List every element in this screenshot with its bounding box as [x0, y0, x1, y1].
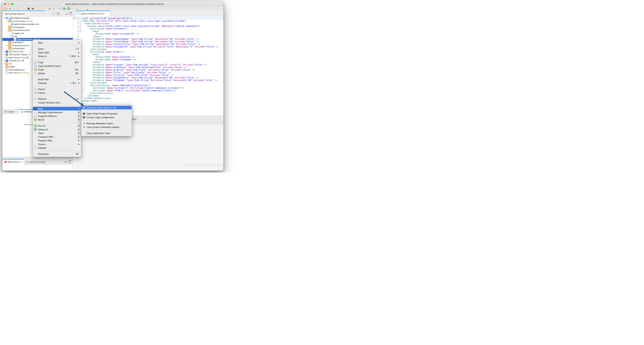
- sync-button[interactable]: ∞: [8, 7, 12, 10]
- context-menu-item-copy-qualified-name[interactable]: Copy Qualified Name: [33, 64, 81, 68]
- close-icon[interactable]: ✕: [26, 13, 28, 15]
- link-with-editor-icon[interactable]: ⇄: [56, 12, 60, 15]
- tree-expanded-arrow-icon[interactable]: ▼: [6, 20, 8, 22]
- context-menu-item-paste[interactable]: Paste⌘V: [33, 68, 81, 72]
- tree-expanded-arrow-icon[interactable]: ▼: [9, 36, 11, 37]
- mule-button[interactable]: [27, 7, 30, 10]
- mule-submenu-item-create-log4j-configuration[interactable]: Create Log4j configuration: [81, 116, 132, 119]
- context-menu-item-import[interactable]: ↓Import...: [33, 87, 81, 91]
- context-menu-item-show-in[interactable]: Show In⌥⌘W▶: [33, 54, 81, 58]
- context-menu-item-assign-working-sets[interactable]: Assign Working Sets...: [33, 101, 81, 104]
- maximize-icon[interactable]: [69, 160, 71, 163]
- context-menu-item-properties[interactable]: Properties⌘I: [33, 152, 81, 156]
- context-menu-item-run-as[interactable]: ▶Run As▶: [33, 124, 81, 128]
- xml-editor[interactable]: 1<?xml version="1.0" encoding="UTF-8"?>2…: [73, 16, 223, 116]
- menu-item-label: New: [38, 42, 43, 44]
- forward-button[interactable]: →: [78, 7, 82, 10]
- new-flow-button[interactable]: [85, 7, 88, 10]
- tree-collapsed-arrow-icon[interactable]: ▶: [4, 51, 6, 52]
- context-menu-item-copy[interactable]: Copy⌘C: [33, 60, 81, 64]
- menu-item-label: Open With: [38, 51, 49, 54]
- context-menu-item-compare-with[interactable]: Compare With▶: [33, 135, 81, 139]
- tree-item-src-main-mule[interactable]: ▼src/main/mule (Flows): [2, 20, 73, 23]
- tab-munit-errors[interactable]: MUnit Errors✕: [2, 159, 24, 165]
- mule-submenu-item-manage-metadata-types[interactable]: DSManage Metadata Types...: [81, 122, 132, 125]
- back-button[interactable]: ←: [74, 7, 77, 10]
- tree-collapsed-arrow-icon[interactable]: ▶: [4, 57, 6, 58]
- fold-collapse-icon[interactable]: [79, 25, 81, 28]
- submenu-arrow-icon: ▶: [78, 128, 80, 130]
- save-all-button[interactable]: [16, 7, 20, 10]
- debug-button[interactable]: [62, 7, 66, 10]
- mule-submenu-item-open-mule-project-properties[interactable]: Open Mule Project Properties: [81, 112, 132, 116]
- context-menu-item-debug-as[interactable]: Debug As▶: [33, 128, 81, 131]
- minimize-icon[interactable]: [64, 161, 67, 162]
- context-menu-item-team[interactable]: Team▶: [33, 131, 81, 135]
- fold-collapse-icon[interactable]: [79, 30, 81, 32]
- fold-collapse-icon[interactable]: [79, 28, 81, 30]
- minimize-icon[interactable]: [65, 14, 68, 14]
- context-menu-item-anypoint-platform[interactable]: Anypoint Platform▶: [33, 114, 81, 118]
- view-menu-icon[interactable]: ⋮: [62, 12, 64, 15]
- submenu-arrow-icon: ▶: [78, 42, 80, 44]
- context-menu-item-validate[interactable]: ✓Validate: [33, 146, 81, 150]
- code-line-12: 12 <Property Name="CustomerID" Type="Edm…: [73, 46, 223, 48]
- tab-outline[interactable]: Outline: [4, 109, 16, 114]
- tree-expanded-arrow-icon[interactable]: ▼: [6, 30, 8, 31]
- maximize-icon[interactable]: [70, 12, 72, 15]
- collapse-all-icon[interactable]: [52, 12, 55, 15]
- tree-collapsed-arrow-icon[interactable]: ▶: [4, 54, 6, 55]
- mule-submenu-item-clear-project-metadata-catalog[interactable]: DSClear project metadata catalog...: [81, 125, 132, 129]
- context-menu-item-munit[interactable]: MUnit▶: [33, 118, 81, 122]
- mule-lightblue-icon: [26, 161, 29, 163]
- context-menu-item-open-with[interactable]: Open With▶: [33, 51, 81, 54]
- night-mode-button[interactable]: ☾: [58, 7, 62, 10]
- import-launch-button[interactable]: ↓: [42, 7, 45, 10]
- context-menu-item-export[interactable]: ↗Export...: [33, 91, 81, 95]
- munit-panel-icons: [64, 160, 71, 163]
- code-line-1: 1<?xml version="1.0" encoding="UTF-8"?>: [73, 17, 223, 20]
- tree-item-apikit-odata4-example-xml[interactable]: apikit-odata4-example.xml: [2, 23, 73, 26]
- menu-item-label: Clear project metadata catalog...: [86, 126, 121, 128]
- close-icon[interactable]: ✕: [104, 12, 106, 14]
- transform-file-button[interactable]: ⇅: [52, 7, 55, 10]
- tree-item-api[interactable]: ▼api: [2, 35, 73, 38]
- context-menu-item-replace-with[interactable]: Replace With▶: [33, 139, 81, 142]
- save-button[interactable]: [12, 7, 16, 10]
- tree-collapsed-arrow-icon[interactable]: ▶: [4, 60, 6, 61]
- tree-item-log4j2-xml[interactable]: Xlog4j2.xml: [2, 32, 73, 35]
- config-scroll-button[interactable]: ≣: [48, 7, 51, 10]
- tab-munit-coverage[interactable]: MUnit Coverage: [25, 159, 46, 165]
- tree-item-apikit-odata4-example[interactable]: ▼apikit-odata4-example: [2, 16, 73, 20]
- tree-collapsed-arrow-icon[interactable]: ▶: [6, 45, 8, 46]
- context-menu-item-source[interactable]: Source▶: [33, 142, 81, 146]
- context-menu-item-open[interactable]: OpenF3: [33, 47, 81, 51]
- tab-odata-metadata[interactable]: X odata-metadata.csdl.xml ✕: [76, 10, 110, 16]
- fold-collapse-icon[interactable]: [79, 20, 81, 22]
- tab-package-explorer[interactable]: Package Explorer ✕: [4, 11, 30, 16]
- anypoint-home-button[interactable]: ⌂: [23, 7, 26, 10]
- context-menu-item-refactor[interactable]: Refactor⌥⌘T▶: [33, 81, 81, 85]
- context-menu-item-build-path[interactable]: Build Path▶: [33, 78, 81, 81]
- menu-separator: [34, 96, 79, 96]
- runtime-button[interactable]: [38, 7, 41, 10]
- context-menu-item-new[interactable]: New▶: [33, 41, 81, 44]
- context-menu-item-mule[interactable]: Mule▶: [33, 107, 81, 110]
- close-icon[interactable]: ✕: [20, 161, 22, 163]
- tree-item-src-main-resources[interactable]: ▼src/main/resources: [2, 29, 73, 32]
- tree-expanded-arrow-icon[interactable]: ▼: [4, 18, 6, 19]
- mule-submenu-item-clear-application-data[interactable]: Clear Application Data: [81, 131, 132, 135]
- context-menu-item-delete[interactable]: ×Delete⌦: [33, 72, 81, 75]
- new-wizard-button[interactable]: +: [4, 7, 8, 10]
- apikit-message: There is n: [24, 123, 33, 126]
- fold-collapse-icon[interactable]: [79, 22, 81, 25]
- code-line-30: 30 </EntityContainer>: [73, 92, 223, 94]
- context-menu-item-refresh[interactable]: ↻RefreshF5: [33, 97, 81, 101]
- tree-item-label: apikit-odata4-example: [9, 17, 30, 19]
- tree-item-src-main-java[interactable]: src/main/java: [2, 26, 73, 29]
- run-button[interactable]: ▶: [67, 7, 71, 10]
- deploy-button[interactable]: [31, 7, 34, 10]
- context-menu-item-manage-dependencies[interactable]: ⌂Manage Dependencies▶: [33, 110, 81, 114]
- mule-submenu-item-generate-mule-odata-4-api[interactable]: ↻Generate Mule OData 4 API: [81, 106, 132, 109]
- tree-collapsed-arrow-icon[interactable]: ▶: [4, 63, 6, 64]
